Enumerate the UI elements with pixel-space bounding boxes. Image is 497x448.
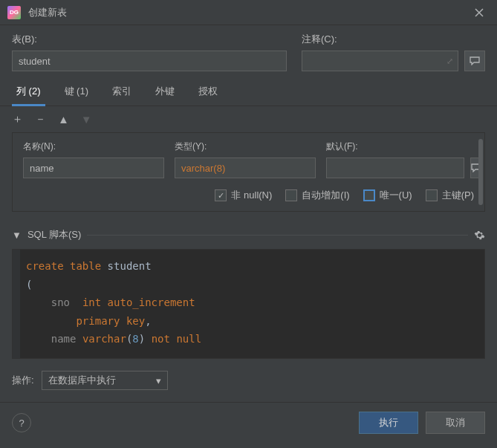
checkbox-icon	[363, 189, 375, 201]
action-label: 操作:	[12, 374, 34, 387]
titlebar: DG 创建新表	[0, 0, 497, 25]
tab-indexes[interactable]: 索引	[108, 85, 136, 105]
unique-checkbox[interactable]: 唯一(U)	[363, 189, 412, 202]
checkbox-icon	[426, 189, 438, 201]
move-down-button[interactable]: ▼	[81, 113, 92, 126]
divider	[87, 235, 468, 236]
comment-edit-button[interactable]	[464, 51, 485, 71]
collapse-icon: ▼	[12, 230, 22, 241]
primary-label: 主键(P)	[442, 189, 474, 202]
close-button[interactable]	[469, 2, 490, 23]
column-toolbar: ＋ － ▲ ▼	[0, 106, 497, 132]
column-name-label: 名称(N):	[23, 140, 164, 153]
move-up-button[interactable]: ▲	[58, 113, 69, 126]
table-name-input[interactable]	[12, 51, 287, 71]
checkbox-icon	[215, 189, 227, 201]
chevron-down-icon: ▾	[156, 375, 161, 386]
notnull-checkbox[interactable]: 非 null(N)	[215, 189, 272, 202]
window-title: 创建新表	[28, 6, 469, 19]
action-value: 在数据库中执行	[48, 374, 116, 387]
primary-checkbox[interactable]: 主键(P)	[426, 189, 474, 202]
tab-columns[interactable]: 列 (2)	[12, 85, 45, 106]
comment-label: 注释(C):	[302, 33, 485, 46]
column-type-input[interactable]	[175, 158, 316, 178]
tab-grants[interactable]: 授权	[194, 85, 222, 105]
help-button[interactable]: ?	[12, 413, 31, 432]
column-type-label: 类型(Y):	[175, 140, 316, 153]
app-icon: DG	[7, 6, 21, 19]
notnull-label: 非 null(N)	[231, 189, 272, 202]
execute-button[interactable]: 执行	[359, 412, 418, 434]
autoinc-label: 自动增加(I)	[302, 189, 349, 202]
gear-icon	[474, 230, 485, 241]
column-name-input[interactable]	[23, 158, 164, 178]
action-select[interactable]: 在数据库中执行 ▾	[42, 371, 168, 390]
add-button[interactable]: ＋	[12, 112, 23, 126]
column-default-input[interactable]	[326, 158, 464, 178]
tab-foreign-keys[interactable]: 外键	[151, 85, 179, 105]
unique-label: 唯一(U)	[380, 189, 412, 202]
autoinc-checkbox[interactable]: 自动增加(I)	[285, 189, 349, 202]
table-label: 表(B):	[12, 33, 287, 46]
sql-editor[interactable]: create table student( sno int auto_incre…	[12, 249, 485, 359]
remove-button[interactable]: －	[35, 112, 46, 126]
cancel-button[interactable]: 取消	[426, 412, 485, 434]
close-icon	[475, 8, 484, 17]
comment-input[interactable]: ⤢	[302, 51, 458, 71]
panel-scrollbar[interactable]	[478, 139, 483, 205]
expand-icon: ⤢	[446, 56, 453, 66]
column-default-label: 默认(F):	[326, 140, 438, 153]
tab-bar: 列 (2) 键 (1) 索引 外键 授权	[0, 71, 497, 106]
sql-section-label: SQL 脚本(S)	[27, 228, 81, 241]
column-editor-panel: 名称(N): 类型(Y): 默认(F): 非 null(N) 自动增加(I)	[12, 132, 485, 212]
editor-gutter	[13, 250, 20, 358]
settings-button[interactable]	[474, 230, 485, 241]
sql-section-header[interactable]: ▼ SQL 脚本(S)	[0, 221, 497, 249]
speech-bubble-icon	[470, 56, 480, 65]
checkbox-icon	[285, 189, 297, 201]
tab-keys[interactable]: 键 (1)	[60, 85, 94, 105]
